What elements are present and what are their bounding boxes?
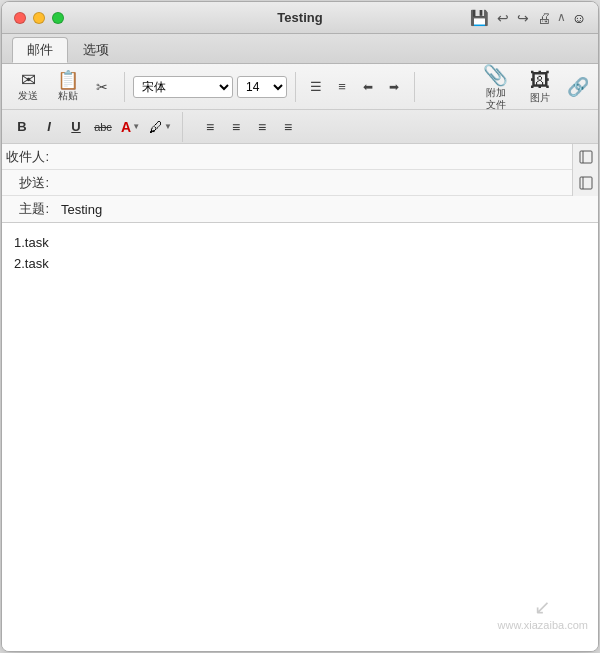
italic-button[interactable]: I xyxy=(37,116,61,138)
minimize-button[interactable] xyxy=(33,12,45,24)
send-button[interactable]: ✉ 发送 xyxy=(10,67,46,106)
separator-4 xyxy=(182,112,183,142)
highlight-button[interactable]: 🖊 ▼ xyxy=(146,117,175,137)
close-button[interactable] xyxy=(14,12,26,24)
email-form: 收件人: 抄送: 主题: xyxy=(2,144,598,223)
bold-label: B xyxy=(17,119,26,134)
subject-row: 主题: xyxy=(2,196,598,222)
toolbar-text-format: B I U abc A ▼ 🖊 ▼ ≡ ≡ ≡ ≡ xyxy=(2,110,598,144)
picture-button[interactable]: 🖼 图片 xyxy=(522,65,558,108)
strikethrough-button[interactable]: abc xyxy=(91,116,115,138)
tab-options[interactable]: 选项 xyxy=(68,37,124,63)
cut-button[interactable]: ✂ xyxy=(90,75,114,99)
font-select[interactable]: 宋体 黑体 Arial xyxy=(133,76,233,98)
separator-3 xyxy=(414,72,415,102)
font-color-button[interactable]: A ▼ xyxy=(118,117,143,137)
size-selector-wrapper: 14 10 12 16 18 xyxy=(237,76,287,98)
align-left-button[interactable]: ≡ xyxy=(198,116,222,138)
strikethrough-label: abc xyxy=(94,121,112,133)
link-button[interactable]: 🔗 xyxy=(566,75,590,99)
titlebar-right-icons: 💾 ↩ ↪ 🖨 xyxy=(470,9,551,27)
separator-1 xyxy=(124,72,125,102)
italic-label: I xyxy=(47,119,51,134)
cc-input[interactable] xyxy=(57,172,572,194)
separator-2 xyxy=(295,72,296,102)
font-color-arrow: ▼ xyxy=(132,122,140,131)
unordered-list-button[interactable]: ☰ xyxy=(304,75,328,99)
paste-icon: 📋 xyxy=(57,71,79,89)
cc-address-book-icon[interactable] xyxy=(572,170,598,196)
traffic-lights xyxy=(14,12,64,24)
send-icon: ✉ xyxy=(21,71,36,89)
size-select[interactable]: 14 10 12 16 18 xyxy=(237,76,287,98)
to-row: 收件人: xyxy=(2,144,598,170)
picture-icon: 🖼 xyxy=(530,69,550,92)
list-buttons: ☰ ≡ ⬅ ➡ xyxy=(304,75,406,99)
bold-button[interactable]: B xyxy=(10,116,34,138)
align-center-button[interactable]: ≡ xyxy=(224,116,248,138)
tab-mail-label: 邮件 xyxy=(27,41,53,59)
svg-rect-0 xyxy=(580,151,592,163)
tab-mail[interactable]: 邮件 xyxy=(12,37,68,63)
redo-icon[interactable]: ↪ xyxy=(517,10,529,26)
align-buttons: ≡ ≡ ≡ ≡ xyxy=(198,116,300,138)
attach-button[interactable]: 📎 附加 文件 xyxy=(477,59,514,115)
attach-icon: 📎 xyxy=(483,63,508,87)
subject-input[interactable] xyxy=(57,198,598,220)
ordered-list-button[interactable]: ≡ xyxy=(330,75,354,99)
svg-rect-2 xyxy=(580,177,592,189)
align-right-button[interactable]: ≡ xyxy=(250,116,274,138)
font-color-letter: A xyxy=(121,119,131,135)
to-input[interactable] xyxy=(57,146,572,168)
font-selector[interactable]: 宋体 黑体 Arial xyxy=(133,76,233,98)
tab-options-label: 选项 xyxy=(83,41,109,59)
toolbar-formatting: ✉ 发送 📋 粘贴 ✂ 宋体 黑体 Arial 14 10 12 16 xyxy=(2,64,598,110)
align-justify-button[interactable]: ≡ xyxy=(276,116,300,138)
underline-button[interactable]: U xyxy=(64,116,88,138)
toolbar-right: 📎 附加 文件 🖼 图片 🔗 xyxy=(477,59,590,115)
chevron-up-icon[interactable]: ∧ xyxy=(557,10,566,26)
body-line-1: 1.task xyxy=(14,233,586,254)
window-title: Testing xyxy=(277,10,322,25)
paste-label: 粘贴 xyxy=(58,90,78,102)
underline-label: U xyxy=(71,119,80,134)
cc-label: 抄送: xyxy=(2,174,57,192)
paste-button[interactable]: 📋 粘贴 xyxy=(50,67,86,106)
highlight-arrow: ▼ xyxy=(164,122,172,131)
undo-icon[interactable]: ↩ xyxy=(497,10,509,26)
attach-label: 附加 文件 xyxy=(486,87,506,111)
maximize-button[interactable] xyxy=(52,12,64,24)
highlight-icon: 🖊 xyxy=(149,119,163,135)
send-label: 发送 xyxy=(18,90,38,102)
subject-label: 主题: xyxy=(2,200,57,218)
to-label: 收件人: xyxy=(2,148,57,166)
cc-row: 抄送: xyxy=(2,170,598,196)
save-icon[interactable]: 💾 xyxy=(470,9,489,27)
titlebar: 💾 ↩ ↪ 🖨 Testing ∧ ☺ xyxy=(2,2,598,34)
indent-button[interactable]: ➡ xyxy=(382,75,406,99)
email-body[interactable]: 1.task 2.task xyxy=(2,223,598,651)
outdent-button[interactable]: ⬅ xyxy=(356,75,380,99)
print-icon[interactable]: 🖨 xyxy=(537,10,551,26)
smiley-icon[interactable]: ☺ xyxy=(572,10,586,26)
body-line-2: 2.task xyxy=(14,254,586,275)
picture-label: 图片 xyxy=(530,92,550,104)
to-address-book-icon[interactable] xyxy=(572,144,598,170)
